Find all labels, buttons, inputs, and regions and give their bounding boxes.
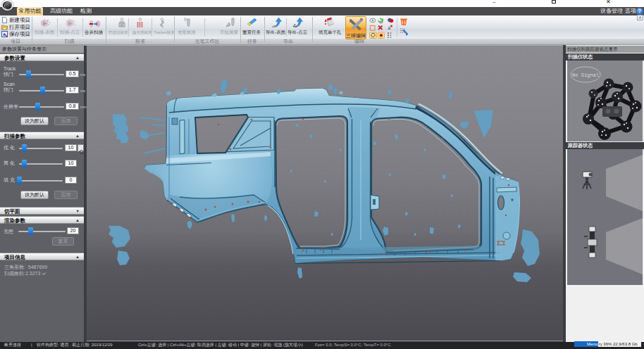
svg-text:No Signal: No Signal bbox=[572, 72, 599, 78]
